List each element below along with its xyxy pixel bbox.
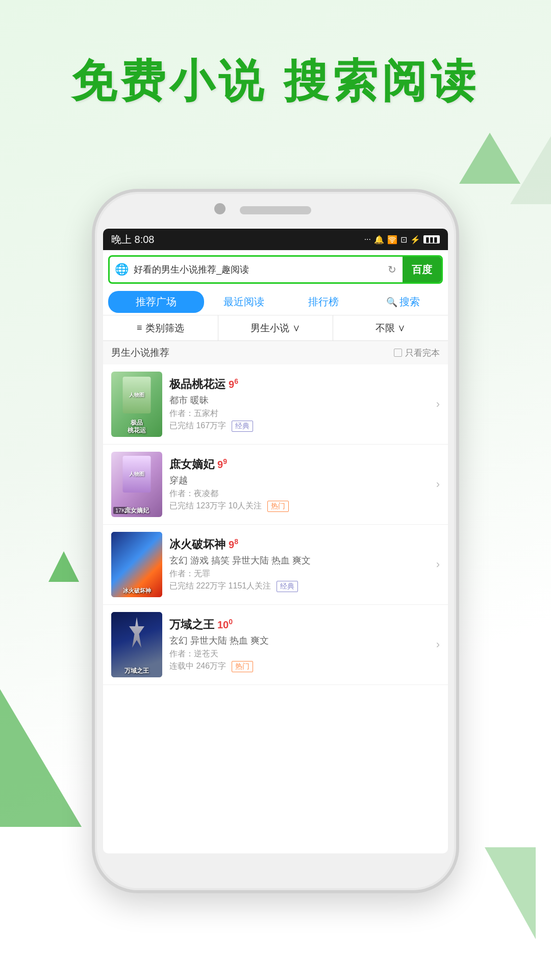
- book-cover-3: 冰火破坏神: [111, 532, 162, 597]
- phone-screen: 晚上 8:08 ··· 🔔 🛜 ⊡ ⚡ ▮▮▮ 🌐 好看的男生小说推荐_趣阅读 …: [103, 229, 448, 853]
- book-title-3: 冰火破坏神: [169, 537, 226, 552]
- book-author-2: 作者：夜凌都: [169, 488, 425, 499]
- book-genre-3: 玄幻 游戏 搞笑 异世大陆 热血 爽文: [169, 554, 425, 567]
- book-meta-2: 已完结 123万字 10人关注 热门: [169, 501, 425, 512]
- filter-gender[interactable]: 男生小说 ∨: [218, 315, 334, 340]
- book-cover-1: 人物图 极品桃花运: [111, 372, 162, 437]
- book-list: 人物图 极品桃花运 极品桃花运 96 都市 暖昧 作者：五家村 已完结 167万…: [103, 364, 448, 685]
- book-title-1: 极品桃花运: [169, 377, 226, 392]
- book-meta-3: 已完结 222万字 1151人关注 经典: [169, 581, 425, 592]
- app-header-title: 免费小说 搜索阅读: [0, 51, 551, 112]
- book-genre-1: 都市 暖昧: [169, 394, 425, 406]
- book-genre-2: 穿越: [169, 474, 425, 486]
- baidu-button[interactable]: 百度: [403, 257, 441, 282]
- book-info-4: 万域之王 100 玄幻 异世大陆 热血 爽文 作者：逆苍天 连载中 246万字 …: [169, 617, 425, 672]
- book-tag-2: 热门: [267, 501, 289, 512]
- book-rating-4: 100: [217, 618, 233, 631]
- status-bar: 晚上 8:08 ··· 🔔 🛜 ⊡ ⚡ ▮▮▮: [103, 229, 448, 250]
- list-item[interactable]: 冰火破坏神 冰火破坏神 98 玄幻 游戏 搞笑 异世大陆 热血 爽文 作者：无罪…: [103, 525, 448, 605]
- section-header: 男生小说推荐 只看完本: [103, 341, 448, 364]
- filter-complete-label: 只看完本: [405, 347, 440, 359]
- book-meta-1: 已完结 167万字 经典: [169, 421, 425, 432]
- section-filter[interactable]: 只看完本: [394, 347, 440, 359]
- checkbox-complete[interactable]: [394, 349, 402, 357]
- tab-recent[interactable]: 最近阅读: [204, 291, 284, 313]
- book-tag-4: 热门: [232, 661, 253, 672]
- tab-ranking[interactable]: 排行榜: [284, 291, 363, 313]
- search-bar[interactable]: 🌐 好看的男生小说推荐_趣阅读 ↻ 百度: [108, 255, 443, 284]
- book-genre-4: 玄幻 异世大陆 热血 爽文: [169, 634, 425, 647]
- book-meta-4: 连载中 246万字 热门: [169, 661, 425, 672]
- phone-camera: [214, 203, 226, 214]
- list-item[interactable]: 万域之王 万域之王 100 玄幻 异世大陆 热血 爽文 作者：逆苍天 连载中 2…: [103, 605, 448, 685]
- book-info-1: 极品桃花运 96 都市 暖昧 作者：五家村 已完结 167万字 经典: [169, 377, 425, 432]
- list-item[interactable]: 人物图 17K 庶女嫡妃 庶女嫡妃 99 穿越 作者：夜凌都 已完结 1: [103, 445, 448, 525]
- book-cover-4: 万域之王: [111, 612, 162, 677]
- chevron-right-icon: ›: [436, 558, 440, 571]
- book-tag-1: 经典: [232, 421, 253, 432]
- book-rating-2: 99: [217, 457, 227, 471]
- book-tag-3: 经典: [277, 581, 298, 592]
- status-time: 晚上 8:08: [111, 233, 154, 247]
- nav-tabs: 推荐广场 最近阅读 排行榜 🔍 搜索: [103, 289, 448, 315]
- book-title-4: 万域之王: [169, 617, 214, 632]
- book-rating-3: 98: [229, 537, 238, 551]
- filter-limit[interactable]: 不限 ∨: [333, 315, 448, 340]
- book-author-1: 作者：五家村: [169, 408, 425, 419]
- filter-icon: ≡: [137, 323, 142, 333]
- list-item[interactable]: 人物图 极品桃花运 极品桃花运 96 都市 暖昧 作者：五家村 已完结 167万…: [103, 364, 448, 445]
- book-info-2: 庶女嫡妃 99 穿越 作者：夜凌都 已完结 123万字 10人关注 热门: [169, 457, 425, 512]
- refresh-icon[interactable]: ↻: [382, 263, 403, 276]
- chevron-right-icon: ›: [436, 398, 440, 411]
- tab-recommend[interactable]: 推荐广场: [108, 291, 204, 313]
- search-input[interactable]: 好看的男生小说推荐_趣阅读: [134, 263, 382, 276]
- book-author-4: 作者：逆苍天: [169, 649, 425, 659]
- chevron-right-icon: ›: [436, 478, 440, 491]
- section-title: 男生小说推荐: [111, 346, 169, 359]
- phone-mockup: 晚上 8:08 ··· 🔔 🛜 ⊡ ⚡ ▮▮▮ 🌐 好看的男生小说推荐_趣阅读 …: [92, 189, 459, 903]
- filter-category[interactable]: ≡ 类别筛选: [103, 315, 218, 340]
- tab-search[interactable]: 🔍 搜索: [363, 291, 443, 313]
- chevron-right-icon: ›: [436, 638, 440, 651]
- book-title-2: 庶女嫡妃: [169, 457, 214, 472]
- book-info-3: 冰火破坏神 98 玄幻 游戏 搞笑 异世大陆 热血 爽文 作者：无罪 已完结 2…: [169, 537, 425, 592]
- globe-icon: 🌐: [110, 263, 134, 276]
- filter-bar: ≡ 类别筛选 男生小说 ∨ 不限 ∨: [103, 315, 448, 341]
- phone-speaker: [240, 206, 311, 214]
- book-rating-1: 96: [229, 377, 238, 390]
- book-cover-2: 人物图 17K 庶女嫡妃: [111, 452, 162, 517]
- book-author-3: 作者：无罪: [169, 569, 425, 579]
- status-icons: ··· 🔔 🛜 ⊡ ⚡ ▮▮▮: [364, 235, 440, 244]
